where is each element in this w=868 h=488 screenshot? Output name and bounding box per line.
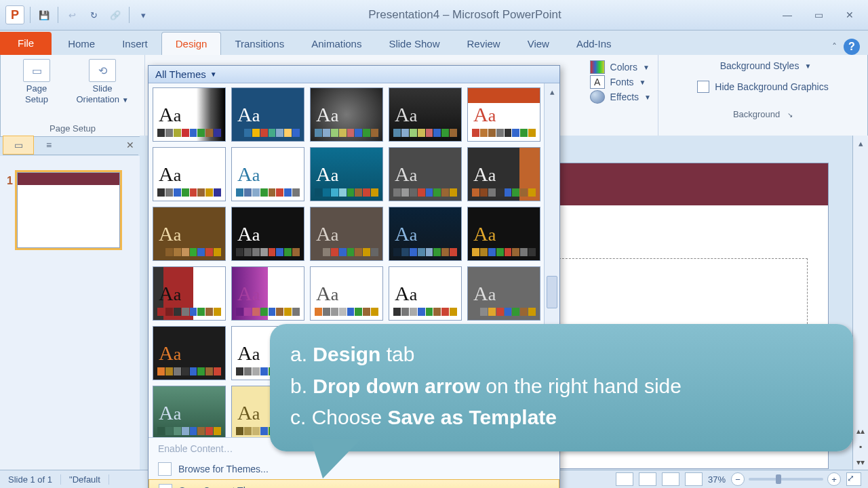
ribbon-collapse-icon[interactable]: ˄ (832, 41, 837, 52)
undo-icon[interactable]: ↩ (64, 7, 80, 23)
theme-thumbnail[interactable]: Aa (389, 207, 462, 261)
tab-insert[interactable]: Insert (108, 33, 161, 55)
theme-thumbnail[interactable]: Aa (389, 266, 462, 321)
theme-thumbnail[interactable]: Aa (153, 207, 226, 261)
save-theme-icon (159, 484, 172, 488)
page-setup-button[interactable]: ▭ Page Setup (7, 58, 66, 122)
theme-thumbnail[interactable]: Aa (153, 147, 226, 201)
fit-to-window-button[interactable]: ⤢ (846, 472, 861, 486)
status-slide-count: Slide 1 of 1 (0, 474, 61, 485)
theme-thumbnail[interactable]: Aa (310, 266, 383, 321)
sorter-view-button[interactable] (639, 472, 656, 486)
link-icon[interactable]: 🔗 (107, 7, 123, 23)
close-button[interactable]: ✕ (841, 8, 859, 22)
title-placeholder[interactable] (535, 258, 808, 334)
slide-thumbnail-1[interactable]: 1 (7, 172, 133, 248)
slideshow-view-button[interactable] (685, 472, 703, 486)
gallery-scroll-up-icon[interactable]: ▴ (545, 83, 559, 100)
theme-thumbnail[interactable]: Aa (153, 386, 226, 437)
theme-thumbnail[interactable]: Aa (231, 207, 304, 261)
zoom-level: 37% (708, 474, 726, 485)
vertical-scrollbar[interactable]: ▴ ▴▴ ▪ ▾▾ (852, 136, 868, 470)
theme-thumbnail[interactable]: Aa (310, 87, 383, 142)
slide-orientation-icon: ⟲ (89, 59, 116, 82)
quick-access-toolbar: P 💾 ↩ ↻ 🔗 ▾ (0, 5, 151, 24)
tab-transitions[interactable]: Transitions (221, 33, 298, 55)
theme-thumbnail[interactable]: Aa (389, 147, 462, 201)
help-icon[interactable]: ? (844, 39, 860, 55)
zoom-in-icon[interactable]: + (827, 472, 841, 486)
pane-close-icon[interactable]: ✕ (126, 140, 134, 150)
hide-background-checkbox[interactable]: Hide Background Graphics (697, 81, 828, 93)
slide-preview (17, 172, 120, 248)
menu-save-current-theme[interactable]: Save Current Theme… (149, 479, 559, 488)
fonts-button[interactable]: Fonts ▼ (590, 75, 651, 89)
slide-orientation-button[interactable]: ⟲ Slide Orientation ▼ (67, 58, 138, 122)
status-theme: "Default (61, 474, 109, 485)
repeat-icon[interactable]: ↻ (85, 7, 102, 23)
background-styles-button[interactable]: Background Styles ▼ (715, 60, 812, 71)
colors-button[interactable]: Colors ▼ (590, 60, 651, 74)
reading-view-button[interactable] (662, 472, 679, 486)
theme-thumbnail[interactable]: Aa (467, 147, 540, 201)
app-icon[interactable]: P (5, 5, 24, 24)
tab-file[interactable]: File (0, 32, 52, 55)
effects-button[interactable]: Effects ▼ (590, 90, 651, 104)
theme-thumbnail[interactable]: Aa (467, 207, 540, 261)
theme-thumbnail[interactable]: Aa (467, 266, 540, 321)
normal-view-button[interactable] (616, 472, 633, 486)
title-bar: P 💾 ↩ ↻ 🔗 ▾ Presentation4 – Microsoft Po… (0, 0, 868, 30)
tab-slide-show[interactable]: Slide Show (375, 33, 453, 55)
theme-thumbnail[interactable]: Aa (231, 147, 304, 201)
tab-review[interactable]: Review (453, 33, 513, 55)
ribbon-tabs: File Home Insert Design Transitions Anim… (0, 30, 868, 55)
theme-thumbnail[interactable]: Aa (231, 87, 304, 142)
theme-thumbnail[interactable]: Aa (310, 147, 383, 201)
minimize-button[interactable]: — (778, 8, 796, 22)
maximize-button[interactable]: ▭ (810, 8, 827, 22)
zoom-slider[interactable]: − + (731, 472, 841, 486)
group-label-background: Background ↘ (733, 108, 793, 121)
tab-view[interactable]: View (514, 33, 563, 55)
tab-home[interactable]: Home (54, 33, 108, 55)
qat-customize-icon[interactable]: ▾ (135, 7, 151, 23)
slide-thumbnails-panel: 1 (0, 156, 140, 470)
outline-pane-tab[interactable]: ≡ (34, 136, 64, 154)
theme-thumbnail[interactable]: Aa (231, 266, 304, 321)
effects-icon (590, 90, 605, 104)
theme-thumbnail[interactable]: Aa (153, 326, 226, 380)
slide-nav-icon[interactable]: ▪ (853, 439, 868, 454)
tab-design[interactable]: Design (161, 32, 222, 55)
prev-slide-icon[interactable]: ▴▴ (853, 423, 868, 439)
checkbox-icon (697, 81, 709, 93)
callout-line-a: a. Design tab (290, 339, 833, 371)
callout-line-c: c. Choose Save as Template (290, 402, 833, 434)
theme-thumbnail[interactable]: Aa (153, 266, 226, 321)
theme-thumbnail[interactable]: Aa (153, 87, 226, 142)
fonts-icon (590, 75, 605, 89)
group-background: Background Styles ▼ Hide Background Grap… (658, 55, 867, 136)
group-page-setup: ▭ Page Setup ⟲ Slide Orientation ▼ Page … (1, 55, 145, 136)
tab-animations[interactable]: Animations (298, 33, 375, 55)
theme-thumbnail[interactable]: Aa (467, 87, 540, 142)
zoom-out-icon[interactable]: − (731, 472, 745, 486)
group-theme-variants: Colors ▼ Fonts ▼ Effects ▼ (583, 55, 658, 136)
group-label-page-setup: Page Setup (50, 122, 96, 135)
colors-icon (590, 60, 605, 74)
window-title: Presentation4 – Microsoft PowerPoint (151, 8, 778, 22)
folder-icon (158, 462, 172, 476)
save-icon[interactable]: 💾 (36, 7, 52, 23)
theme-thumbnail[interactable]: Aa (310, 207, 383, 261)
page-setup-icon: ▭ (23, 59, 50, 82)
tab-add-ins[interactable]: Add-Ins (563, 33, 625, 55)
slides-pane-tab[interactable]: ▭ (3, 136, 34, 155)
scroll-up-icon[interactable]: ▴ (853, 136, 868, 150)
next-slide-icon[interactable]: ▾▾ (853, 455, 868, 470)
callout-line-b: b. Drop down arrow on the right hand sid… (290, 371, 833, 403)
slide-number: 1 (7, 175, 13, 248)
theme-thumbnail[interactable]: Aa (389, 87, 462, 142)
slide-pane-tabs: ▭ ≡ ✕ (3, 136, 138, 155)
tutorial-callout: a. Design tab b. Drop down arrow on the … (270, 324, 853, 451)
gallery-header[interactable]: All Themes ▼ (149, 66, 559, 83)
